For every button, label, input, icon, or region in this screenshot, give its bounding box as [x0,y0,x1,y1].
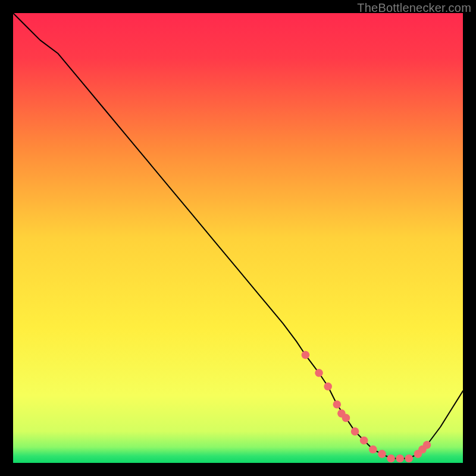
marker-point [315,369,323,377]
marker-point [387,455,395,463]
marker-point [302,351,310,359]
marker-point [324,383,332,391]
marker-point [423,441,431,449]
marker-point [378,450,386,458]
marker-point [405,455,413,463]
marker-point [333,400,342,409]
chart-stage: TheBottlenecker.com [0,0,476,476]
marker-point [360,436,368,444]
marker-point [351,427,359,436]
marker-point [342,414,350,422]
chart-plot [13,13,463,463]
marker-point [369,446,377,454]
marker-point [396,455,404,463]
